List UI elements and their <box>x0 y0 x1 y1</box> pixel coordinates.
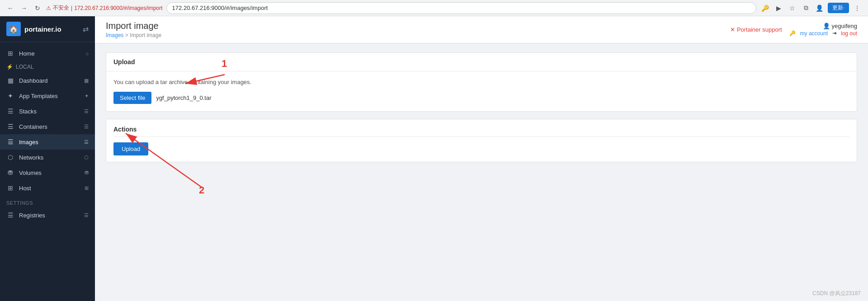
registries-icon: ☰ <box>6 212 14 219</box>
actions-header: Actions <box>113 126 849 137</box>
app-templates-nav-icon: ✦ <box>85 93 89 99</box>
breadcrumb: Images > Import image <box>106 32 161 38</box>
upload-card: Upload You can upload a tar archive cont… <box>106 52 857 112</box>
page-title-area: Import image Images > Import image <box>106 21 161 38</box>
transfer-icon[interactable]: ⇄ <box>83 25 89 33</box>
menu-icon[interactable]: ⋮ <box>852 3 863 14</box>
page-title: Import image <box>106 21 161 31</box>
containers-icon: ☰ <box>6 123 14 130</box>
sidebar-item-host[interactable]: ⊞ Host ⊞ <box>0 180 95 196</box>
sidebar-item-label: Registries <box>19 212 45 219</box>
breadcrumb-current: Import image <box>130 32 161 38</box>
host-icon: ⊞ <box>6 184 14 192</box>
key-icon[interactable]: 🔑 <box>760 3 771 14</box>
warning-icon: ⚠ <box>46 5 51 11</box>
stacks-icon: ☰ <box>6 108 14 115</box>
sidebar-item-registries[interactable]: ☰ Registries ☰ <box>0 207 95 223</box>
sidebar-item-label: Containers <box>19 123 47 130</box>
home-icon: ⊞ <box>6 50 14 57</box>
upload-section-header: Upload <box>106 53 857 71</box>
key-icon-small: 🔑 <box>789 30 796 37</box>
host-nav-icon: ⊞ <box>85 185 89 191</box>
networks-nav-icon: ⬡ <box>84 155 89 160</box>
upload-description: You can upload a tar archive containing … <box>113 79 849 85</box>
settings-section-label: SETTINGS <box>0 196 95 207</box>
my-account-link[interactable]: my account <box>800 30 828 37</box>
sidebar-item-volumes[interactable]: ⛃ Volumes ⛃ <box>0 165 95 180</box>
cast-icon[interactable]: ▶ <box>774 3 784 14</box>
separator: | <box>71 5 72 11</box>
logo-icon: 🏠 <box>6 22 21 36</box>
containers-nav-icon: ☰ <box>84 124 89 130</box>
user-area: 👤 yeguifeng 🔑 my account ⇥ log out <box>789 23 857 37</box>
volumes-nav-icon: ⛃ <box>85 170 89 176</box>
sidebar: 🏠 portainer.io ⇄ ⊞ Home ⌂ ⚡ LOCAL ▦ Dash… <box>0 16 95 301</box>
browser-actions: 🔑 ▶ ☆ ⧉ 👤 更新· ⋮ <box>760 3 863 14</box>
dashboard-nav-icon: ▦ <box>84 78 89 84</box>
actions-card: Actions Upload <box>106 119 857 162</box>
sidebar-item-stacks[interactable]: ☰ Stacks ☰ <box>0 103 95 119</box>
forward-button[interactable]: → <box>19 3 29 13</box>
registries-nav-icon: ☰ <box>84 212 89 218</box>
sidebar-item-label: Dashboard <box>19 77 48 84</box>
sidebar-item-label: Host <box>19 185 31 192</box>
sidebar-nav: ⊞ Home ⌂ ⚡ LOCAL ▦ Dashboard ▦ ✦ App Tem… <box>0 42 95 226</box>
sidebar-item-home[interactable]: ⊞ Home ⌂ <box>0 46 95 61</box>
reload-button[interactable]: ↻ <box>33 3 42 13</box>
sidebar-item-dashboard[interactable]: ▦ Dashboard ▦ <box>0 73 95 88</box>
user-icon: 👤 <box>823 23 830 29</box>
sidebar-item-label: Volumes <box>19 169 42 176</box>
sidebar-logo: 🏠 portainer.io ⇄ <box>0 16 95 42</box>
select-file-button[interactable]: Select file <box>113 92 151 104</box>
file-name-display: ygf_pytorch1_9_0.tar <box>156 94 211 101</box>
logout-icon: ⇥ <box>832 30 836 37</box>
username-display: 👤 yeguifeng <box>823 23 857 29</box>
logo-text: portainer.io <box>24 25 61 33</box>
security-warning: ⚠ 不安全 | 172.20.67.216:9000/#/images/impo… <box>46 4 163 12</box>
dashboard-icon: ▦ <box>6 77 14 84</box>
home-nav-icon: ⌂ <box>85 51 89 56</box>
breadcrumb-parent-link[interactable]: Images <box>106 32 123 38</box>
top-bar: Import image Images > Import image ✕ Por… <box>95 16 868 43</box>
page-content: Upload You can upload a tar archive cont… <box>95 43 868 171</box>
file-input-row: Select file ygf_pytorch1_9_0.tar <box>113 92 849 104</box>
sidebar-item-label: App Templates <box>19 93 58 99</box>
networks-icon: ⬡ <box>6 154 14 161</box>
address-bar[interactable]: 172.20.67.216:9000/#/images/import <box>166 2 756 14</box>
sidebar-item-label: Home <box>19 50 35 57</box>
star-icon[interactable]: ☆ <box>787 3 798 14</box>
upload-section-body: You can upload a tar archive containing … <box>106 71 857 111</box>
volumes-icon: ⛃ <box>6 169 14 176</box>
breadcrumb-separator: > <box>125 32 130 38</box>
images-nav-icon: ☰ <box>84 139 89 145</box>
app-templates-icon: ✦ <box>6 92 14 99</box>
upload-button[interactable]: Upload <box>113 142 148 155</box>
sidebar-item-networks[interactable]: ⬡ Networks ⬡ <box>0 150 95 165</box>
window-icon[interactable]: ⧉ <box>801 3 811 14</box>
user-links: 🔑 my account ⇥ log out <box>789 30 857 37</box>
log-out-link[interactable]: log out <box>841 30 857 37</box>
support-link[interactable]: ✕ Portainer support <box>730 26 782 33</box>
support-icon: ✕ <box>730 26 735 33</box>
sidebar-item-containers[interactable]: ☰ Containers ☰ <box>0 119 95 134</box>
sidebar-item-label: Images <box>19 139 38 146</box>
sidebar-item-app-templates[interactable]: ✦ App Templates ✦ <box>0 88 95 103</box>
top-bar-actions: ✕ Portainer support 👤 yeguifeng 🔑 my acc… <box>730 23 857 37</box>
back-button[interactable]: ← <box>5 3 15 13</box>
app-layout: 🏠 portainer.io ⇄ ⊞ Home ⌂ ⚡ LOCAL ▦ Dash… <box>0 16 868 301</box>
local-group: ⚡ LOCAL <box>0 61 95 73</box>
sidebar-item-images[interactable]: ☰ Images ☰ <box>0 134 95 150</box>
stacks-nav-icon: ☰ <box>84 108 89 114</box>
main-content: Import image Images > Import image ✕ Por… <box>95 16 868 301</box>
images-icon: ☰ <box>6 138 14 146</box>
browser-chrome: ← → ↻ ⚠ 不安全 | 172.20.67.216:9000/#/image… <box>0 0 868 16</box>
sidebar-item-label: Stacks <box>19 108 37 115</box>
profile-icon[interactable]: 👤 <box>814 3 825 14</box>
sidebar-item-label: Networks <box>19 154 43 161</box>
update-button[interactable]: 更新· <box>828 3 849 13</box>
plug-icon: ⚡ <box>6 64 13 70</box>
